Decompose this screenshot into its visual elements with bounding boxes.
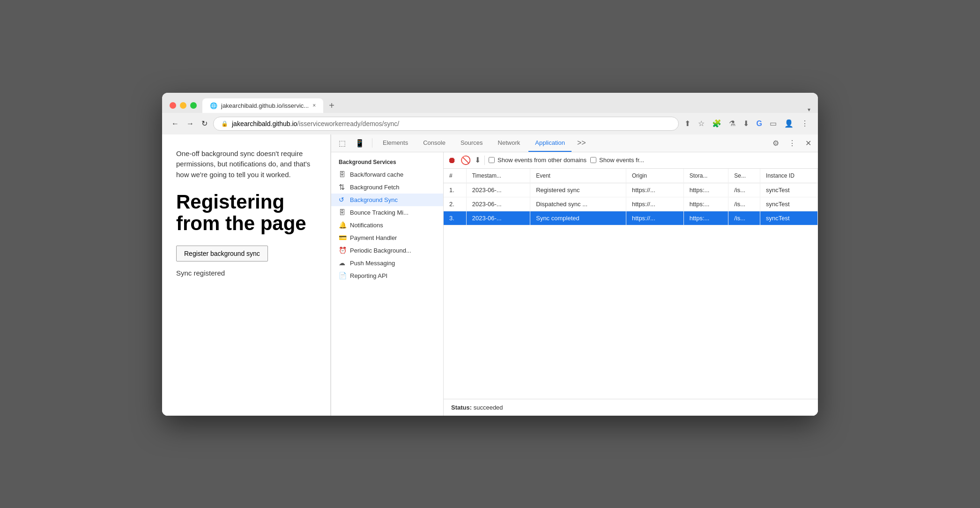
tab-sources[interactable]: Sources [454, 134, 490, 152]
register-sync-button[interactable]: Register background sync [176, 246, 268, 261]
col-header-se: Se... [728, 169, 760, 183]
sidebar-item-back-forward-cache[interactable]: 🗄 Back/forward cache [331, 168, 443, 181]
back-forward-cache-icon: 🗄 [339, 171, 345, 178]
status-bar: Status: succeeded [444, 399, 818, 416]
sidebar-item-background-fetch[interactable]: ⇅ Background Fetch [331, 181, 443, 194]
devtools-sidebar: Background Services 🗄 Back/forward cache… [331, 152, 444, 416]
devtools-toolbar: ⏺ 🚫 ⬇ Show events from other domains Sho… [444, 152, 818, 169]
cell-event: Registered sync [530, 183, 626, 197]
url-domain: jakearchibald.github.io [232, 120, 297, 127]
cell-origin: https://... [626, 197, 683, 211]
sidebar-item-periodic-background[interactable]: ⏰ Periodic Background... [331, 244, 443, 257]
window-controls [170, 102, 197, 109]
tab-close-button[interactable]: × [312, 102, 316, 109]
tab-expand-button[interactable]: ▾ [808, 106, 810, 113]
profile-button[interactable]: 👤 [782, 117, 795, 130]
sync-status-text: Sync registered [176, 269, 225, 277]
address-bar[interactable]: 🔒 jakearchibald.github.io/isserviceworke… [213, 117, 679, 131]
cell-se: /is... [728, 211, 760, 225]
reporting-api-icon: 📄 [339, 272, 347, 279]
cell-num: 1. [444, 183, 466, 197]
page-content: One-off background sync doesn't require … [162, 134, 331, 416]
cell-timestamp: 2023-06-... [466, 197, 530, 211]
tab-console[interactable]: Console [416, 134, 452, 152]
close-button[interactable] [170, 102, 176, 109]
devtools-more-button[interactable]: ⋮ [786, 136, 799, 150]
reload-button[interactable]: ↻ [200, 117, 209, 130]
sidebar-item-background-sync[interactable]: ↺ Background Sync [331, 194, 443, 206]
col-header-event: Event [530, 169, 626, 183]
back-button[interactable]: ← [170, 118, 181, 130]
show-other-domains-checkbox[interactable]: Show events from other domains [489, 157, 587, 164]
globe-icon: 🌐 [210, 102, 217, 109]
cell-instance-id: syncTest [760, 211, 818, 225]
url-text: jakearchibald.github.io/isserviceworkerr… [232, 120, 671, 127]
inspector-icon-button[interactable]: ⬚ [335, 135, 349, 151]
page-description: One-off background sync doesn't require … [176, 149, 316, 180]
more-tabs-button[interactable]: >> [573, 135, 590, 151]
status-value: succeeded [474, 404, 503, 411]
sidebar-button[interactable]: ▭ [768, 117, 779, 130]
col-header-timestamp: Timestam... [466, 169, 530, 183]
cell-se: /is... [728, 183, 760, 197]
devtools-close-button[interactable]: ✕ [802, 136, 814, 150]
show-events-checkbox[interactable]: Show events fr... [590, 157, 644, 164]
tab-bar: 🌐 jakearchibald.github.io/isservic... × … [202, 98, 810, 113]
tab-application[interactable]: Application [528, 134, 572, 152]
table-row[interactable]: 1. 2023-06-... Registered sync https://.… [444, 183, 818, 197]
col-header-storage: Stora... [683, 169, 728, 183]
download-events-button[interactable]: ⬇ [475, 156, 481, 164]
cell-origin: https://... [626, 183, 683, 197]
sidebar-item-notifications[interactable]: 🔔 Notifications [331, 219, 443, 232]
sidebar-item-bounce-tracking[interactable]: 🗄 Bounce Tracking Mi... [331, 206, 443, 219]
navigation-bar: ← → ↻ 🔒 jakearchibald.github.io/isservic… [162, 113, 818, 134]
periodic-background-icon: ⏰ [339, 247, 347, 254]
share-button[interactable]: ⬆ [683, 117, 692, 130]
sidebar-item-push-messaging[interactable]: ☁ Push Messaging [331, 257, 443, 269]
settings-button[interactable]: ⚙ [770, 136, 782, 150]
col-header-origin: Origin [626, 169, 683, 183]
devtools-tabs: ⬚ 📱 Elements Console Sources Network App… [331, 134, 818, 152]
device-toolbar-button[interactable]: 📱 [351, 135, 368, 151]
payment-handler-icon: 💳 [339, 234, 347, 241]
title-bar: 🌐 jakearchibald.github.io/isservic... × … [162, 93, 818, 113]
flask-button[interactable]: ⚗ [727, 117, 737, 130]
url-path: /isserviceworkerready/demos/sync/ [297, 120, 399, 127]
cell-timestamp: 2023-06-... [466, 183, 530, 197]
record-button[interactable]: ⏺ [447, 156, 457, 165]
extensions-button[interactable]: 🧩 [710, 117, 723, 130]
bookmark-button[interactable]: ☆ [696, 117, 706, 130]
new-tab-button[interactable]: + [325, 98, 338, 113]
cell-storage: https:... [683, 183, 728, 197]
tab-divider [372, 138, 372, 148]
forward-button[interactable]: → [185, 118, 196, 130]
cell-storage: https:... [683, 197, 728, 211]
devtools-panel: ⬚ 📱 Elements Console Sources Network App… [331, 134, 818, 416]
table-header-row: # Timestam... Event Origin Stora... Se..… [444, 169, 818, 183]
maximize-button[interactable] [190, 102, 197, 109]
devtools-body: Background Services 🗄 Back/forward cache… [331, 152, 818, 416]
nav-actions: ⬆ ☆ 🧩 ⚗ ⬇ G ▭ 👤 ⋮ [683, 117, 810, 130]
cell-storage: https:... [683, 211, 728, 225]
google-button[interactable]: G [755, 118, 764, 130]
download-button[interactable]: ⬇ [741, 117, 751, 130]
minimize-button[interactable] [180, 102, 186, 109]
table-row[interactable]: 2. 2023-06-... Dispatched sync ... https… [444, 197, 818, 211]
active-tab[interactable]: 🌐 jakearchibald.github.io/isservic... × [202, 98, 323, 113]
tab-network[interactable]: Network [491, 134, 527, 152]
cell-event: Sync completed [530, 211, 626, 225]
events-table-container: # Timestam... Event Origin Stora... Se..… [444, 169, 818, 399]
more-button[interactable]: ⋮ [799, 117, 810, 130]
background-sync-icon: ↺ [339, 196, 344, 203]
table-row[interactable]: 3. 2023-06-... Sync completed https://..… [444, 211, 818, 225]
clear-button[interactable]: 🚫 [460, 155, 471, 165]
tab-elements[interactable]: Elements [376, 134, 415, 152]
cell-num: 3. [444, 211, 466, 225]
status-label: Status: [451, 404, 472, 411]
cell-event: Dispatched sync ... [530, 197, 626, 211]
bounce-tracking-icon: 🗄 [339, 209, 345, 216]
notifications-icon: 🔔 [339, 221, 347, 229]
cell-origin: https://... [626, 211, 683, 225]
sidebar-item-payment-handler[interactable]: 💳 Payment Handler [331, 232, 443, 244]
sidebar-item-reporting-api[interactable]: 📄 Reporting API [331, 269, 443, 282]
